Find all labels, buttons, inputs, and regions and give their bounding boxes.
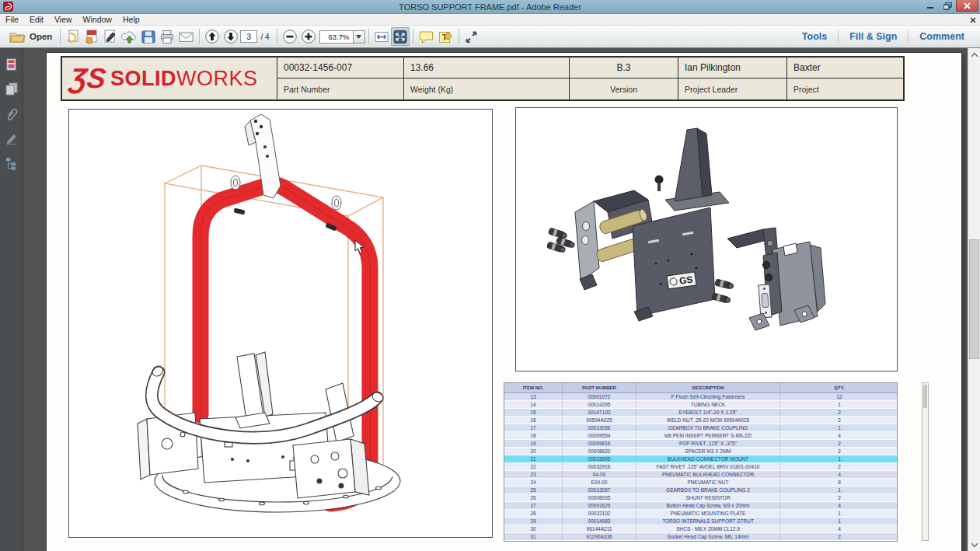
- table-row: 27 00001625 Button Head Cap Screw, M3 x …: [504, 502, 897, 510]
- bom-item-no: 15: [504, 409, 563, 416]
- previous-page-button[interactable]: [203, 27, 221, 46]
- bom-part-number: 00008935: [563, 494, 636, 501]
- bom-qty: 8: [780, 479, 898, 486]
- table-row: 14 00014295 TUBING NECK 1: [504, 401, 897, 409]
- chevron-up-icon: [971, 53, 978, 57]
- open-button[interactable]: Open: [5, 27, 57, 46]
- bom-table: ITEM NO. PART NUMBER DESCRIPTION QTY. 13…: [504, 382, 898, 542]
- bom-part-number: 91290A336: [563, 533, 636, 540]
- bom-qty: 4: [780, 432, 898, 439]
- highlight-text-button[interactable]: T: [436, 27, 455, 46]
- bom-item-no: 28: [504, 510, 563, 517]
- table-row: 31 91290A336 Socket Head Cap Screw, M6, …: [504, 533, 897, 541]
- zoom-dropdown-button[interactable]: [354, 30, 365, 44]
- isometric-view: [68, 109, 493, 538]
- scroll-down-button[interactable]: [968, 539, 980, 551]
- menubar-close-icon[interactable]: [970, 16, 976, 25]
- scrollbar-thumb[interactable]: [969, 239, 979, 359]
- menu-window[interactable]: Window: [78, 14, 117, 25]
- menu-file[interactable]: File: [0, 14, 24, 25]
- menu-view[interactable]: View: [49, 14, 78, 25]
- scroll-up-button[interactable]: [968, 48, 980, 61]
- fit-width-button[interactable]: [372, 27, 391, 46]
- expand-view-button[interactable]: [462, 27, 481, 46]
- close-button[interactable]: [956, 0, 978, 12]
- cloud-upload-button[interactable]: [120, 27, 139, 46]
- minimize-button[interactable]: [922, 0, 939, 12]
- bom-description: SHUNT RESISTOR: [636, 494, 780, 501]
- table-row: 13 00001072 F Flush Self-Clinching Faste…: [504, 393, 897, 401]
- window-title: TORSO SUPPORT FRAME.pdf - Adobe Reader: [0, 2, 980, 12]
- bookmarks-tree-icon: [5, 157, 17, 170]
- zoom-in-button[interactable]: [299, 27, 318, 46]
- bom-item-no: 13: [504, 393, 563, 400]
- attachments-button[interactable]: [0, 107, 23, 120]
- toolbar: Open: [0, 26, 980, 48]
- save-button[interactable]: [139, 27, 158, 46]
- bulkhead-mount-exploded-drawing: GS: [516, 108, 898, 372]
- save-convert-icon: [65, 30, 81, 44]
- expand-arrows-icon: [464, 30, 479, 44]
- next-page-button[interactable]: [221, 27, 240, 46]
- print-icon: [159, 30, 175, 44]
- comment-bubble-button[interactable]: [417, 27, 436, 46]
- bom-part-number: 00008620: [563, 448, 636, 455]
- bom-item-no: 16: [504, 417, 563, 424]
- bom-description: SPACER M3 X 2MM: [636, 448, 780, 455]
- bom-qty: 2: [780, 417, 898, 424]
- menu-edit[interactable]: Edit: [24, 14, 49, 25]
- canvas: ƷS SOLIDWORKS 00032-1456-007 13.66 B.3 I…: [23, 48, 968, 551]
- page-thumbnails-button[interactable]: [0, 82, 23, 96]
- bom-part-number: 00032916: [563, 463, 636, 470]
- table-row: 18 00009554 M6 PEM INSERT PEMSERT S-M6-2…: [504, 432, 897, 440]
- bom-description: PNEUMATIC MOUNTING PLATE: [636, 510, 780, 517]
- bom-description: EYEBOLT 1/4"-20 X 1.25": [636, 409, 780, 416]
- drawing-title-block: ƷS SOLIDWORKS 00032-1456-007 13.66 B.3 I…: [61, 56, 905, 101]
- restore-button[interactable]: [939, 0, 956, 12]
- table-row: 25 00013057 GEARBOX TO BRAKE COUPLING 2 …: [504, 486, 897, 494]
- highlight-text-icon: T: [438, 30, 454, 44]
- bom-scrollbar: [922, 382, 929, 541]
- bookmarks-button[interactable]: [0, 157, 23, 170]
- bom-description: GEARBOX TO BRAKE COUPLING 2: [636, 486, 780, 493]
- bom-qty: 1: [780, 510, 898, 517]
- page-number-input[interactable]: 3: [240, 30, 257, 43]
- zoom-level-input[interactable]: 63.7%: [319, 30, 354, 44]
- export-pdf-button[interactable]: [82, 27, 101, 46]
- save-icon: [141, 30, 156, 44]
- bom-item-no: 22: [504, 463, 563, 470]
- bom-description: FAST RIVET .125" AVDEL BRIV 01801-00410: [636, 463, 780, 470]
- bom-description: TORSO INTERNALS SUPPORT STRUT: [636, 518, 780, 525]
- weight-label: Weight (Kg): [403, 78, 569, 99]
- table-row: 23 04-00 PNEUMATIC BULKHEAD CONNECTOR 4: [504, 471, 897, 479]
- print-button[interactable]: [158, 27, 176, 46]
- tools-button[interactable]: Tools: [791, 31, 838, 42]
- open-folder-icon: [9, 30, 26, 43]
- cloud-upload-icon: [121, 30, 138, 44]
- save-convert-button[interactable]: [64, 27, 82, 46]
- bom-item-no: 21: [504, 455, 563, 462]
- chevron-down-icon: [356, 35, 361, 39]
- sign-document-button[interactable]: [101, 27, 120, 46]
- export-pdf-panel-button[interactable]: [0, 58, 23, 71]
- fit-page-icon: [392, 30, 408, 44]
- project-value: Baxter: [786, 58, 903, 78]
- signature-pen-icon: [5, 133, 18, 145]
- fit-page-button[interactable]: [391, 27, 410, 46]
- signatures-button[interactable]: [0, 132, 23, 145]
- bom-qty: 2: [780, 494, 898, 501]
- vertical-scrollbar[interactable]: [968, 48, 980, 551]
- titlebar: TORSO SUPPORT FRAME.pdf - Adobe Reader: [0, 0, 980, 14]
- fill-sign-button[interactable]: Fill & Sign: [839, 31, 908, 42]
- bom-part-number: 3014T102: [563, 409, 636, 416]
- zoom-out-button[interactable]: [281, 27, 299, 46]
- bom-item-no: 29: [504, 518, 563, 525]
- navigation-pane: [0, 48, 23, 551]
- menu-help[interactable]: Help: [117, 14, 145, 25]
- version-label: Version: [569, 78, 678, 99]
- bom-qty: 1: [780, 424, 898, 431]
- weight-value: 13.66: [403, 58, 569, 78]
- torso-frame-drawing: [69, 110, 493, 539]
- comment-panel-button[interactable]: Comment: [909, 31, 975, 42]
- email-button[interactable]: [176, 27, 196, 46]
